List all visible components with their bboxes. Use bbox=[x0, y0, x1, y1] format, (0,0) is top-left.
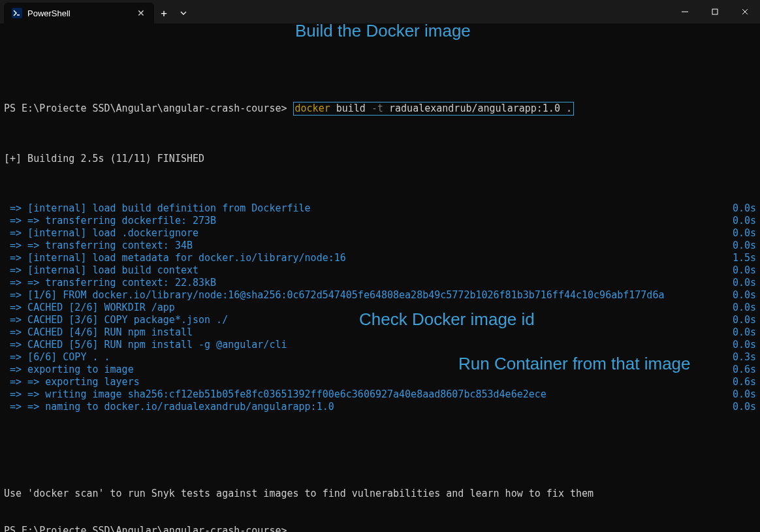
annotation-check: Check Docker image id bbox=[359, 313, 535, 326]
cmd1-docker: docker bbox=[295, 102, 330, 114]
cmd-line-1: PS E:\Proiecte SSD\Angular\angular-crash… bbox=[4, 102, 756, 116]
new-tab-button[interactable]: + bbox=[154, 3, 174, 23]
build-step: => [internal] load build definition from… bbox=[4, 202, 756, 215]
tab-dropdown-button[interactable] bbox=[174, 3, 193, 23]
minimize-button[interactable] bbox=[670, 0, 700, 23]
build-header: [+] Building 2.5s (11/11) FINISHED bbox=[4, 153, 756, 165]
blank-1 bbox=[4, 450, 756, 463]
annotation-run: Run Container from that image bbox=[458, 358, 691, 370]
cmd1-rest: radualexandrub/angularapp:1.0 . bbox=[383, 102, 572, 114]
powershell-icon bbox=[12, 8, 22, 18]
build-step: => => exporting layers0.6s bbox=[4, 376, 756, 388]
tab-title: PowerShell bbox=[27, 8, 129, 18]
svg-rect-2 bbox=[712, 9, 718, 14]
chevron-down-icon bbox=[180, 10, 187, 16]
build-step: => [internal] load build context0.0s bbox=[4, 264, 756, 277]
build-step: => => writing image sha256:cf12eb51b05fe… bbox=[4, 388, 756, 401]
cmd1-build: build bbox=[330, 102, 372, 114]
titlebar: PowerShell ✕ + bbox=[0, 0, 760, 23]
tab-powershell[interactable]: PowerShell ✕ bbox=[4, 3, 154, 23]
build-step: => [internal] load metadata for docker.i… bbox=[4, 252, 756, 264]
close-tab-button[interactable]: ✕ bbox=[135, 7, 148, 20]
annotation-build: Build the Docker image bbox=[295, 25, 471, 37]
build-step: => [internal] load .dockerignore0.0s bbox=[4, 227, 756, 240]
build-step: => [1/6] FROM docker.io/library/node:16@… bbox=[4, 289, 756, 302]
prompt: PS E:\Proiecte SSD\Angular\angular-crash… bbox=[4, 102, 287, 114]
build-step: => => transferring context: 22.83kB0.0s bbox=[4, 277, 756, 289]
build-step: => => transferring dockerfile: 273B0.0s bbox=[4, 215, 756, 227]
prompt-empty-1: PS E:\Proiecte SSD\Angular\angular-crash… bbox=[4, 525, 756, 532]
scan-msg: Use 'docker scan' to run Snyk tests agai… bbox=[4, 488, 756, 500]
cmd1-flag-t: -t bbox=[372, 102, 383, 114]
terminal-body[interactable]: Build the Docker image PS E:\Proiecte SS… bbox=[0, 23, 760, 532]
close-window-button[interactable] bbox=[730, 0, 760, 23]
build-step: => => naming to docker.io/radualexandrub… bbox=[4, 401, 756, 413]
maximize-button[interactable] bbox=[700, 0, 730, 23]
window-controls bbox=[670, 0, 760, 23]
build-step: => CACHED [5/6] RUN npm install -g @angu… bbox=[4, 339, 756, 351]
build-step: => => transferring context: 34B0.0s bbox=[4, 240, 756, 252]
